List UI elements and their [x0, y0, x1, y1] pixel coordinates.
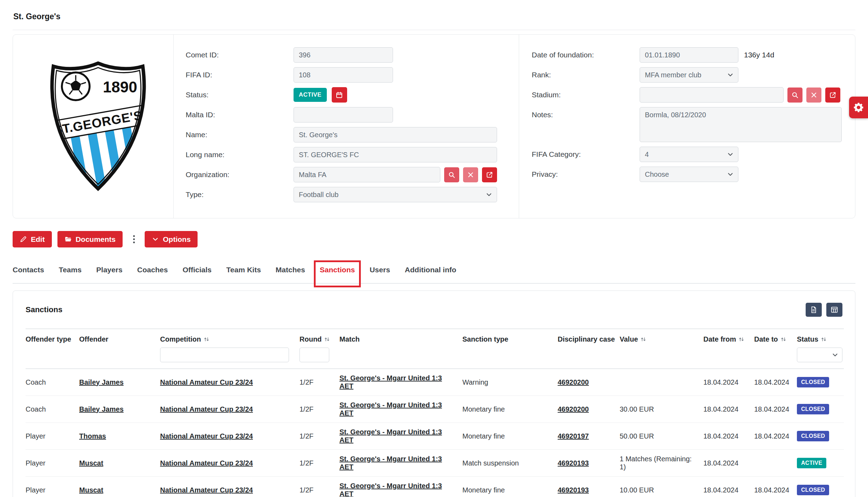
club-form-left: Comet ID: FIFA ID: Status: ACTIVE Malta … [174, 46, 519, 207]
options-button[interactable]: Options [145, 231, 198, 247]
disciplinary-case-link[interactable]: 46920193 [558, 459, 589, 467]
match-link[interactable]: St. George's - Mgarr United 1:3 AET [339, 455, 442, 471]
cell-competition: National Amateur Cup 23/24 [160, 450, 299, 477]
status-badge: CLOSED [797, 485, 829, 495]
organization-input[interactable] [294, 167, 440, 182]
cell-date-to: 18.04.2024 [754, 423, 797, 450]
status-badge: CLOSED [797, 404, 829, 414]
cell-date-from: 18.04.2024 [703, 423, 754, 450]
sort-icon[interactable] [738, 336, 744, 342]
cell-date-from: 18.04.2024 [703, 450, 754, 477]
competition-link[interactable]: National Amateur Cup 23/24 [160, 405, 253, 413]
disciplinary-case-link[interactable]: 46920200 [558, 405, 589, 413]
sort-icon[interactable] [821, 336, 827, 342]
privacy-select[interactable]: Choose [640, 167, 738, 182]
name-input[interactable] [294, 127, 497, 142]
tab-coaches[interactable]: Coaches [137, 266, 168, 283]
edit-button[interactable]: Edit [13, 231, 52, 247]
more-actions-button[interactable] [128, 235, 140, 243]
col-round[interactable]: Round [299, 329, 339, 347]
offender-link[interactable]: Thomas [79, 432, 106, 440]
type-select[interactable]: Football club [294, 187, 497, 202]
col-match: Match [339, 329, 462, 347]
disciplinary-case-link[interactable]: 46920200 [558, 378, 589, 386]
match-link[interactable]: St. George's - Mgarr United 1:3 AET [339, 374, 442, 390]
pencil-icon [20, 236, 27, 243]
notes-textarea[interactable]: Bormla, 08/12/2020 [640, 107, 842, 142]
offender-link[interactable]: Muscat [79, 459, 103, 467]
status-badge: CLOSED [797, 377, 829, 387]
tab-teams[interactable]: Teams [59, 266, 82, 283]
status-history-button[interactable] [332, 87, 347, 103]
col-date-to[interactable]: Date to [754, 329, 797, 347]
match-link[interactable]: St. George's - Mgarr United 1:3 AET [339, 482, 442, 497]
cell-competition: National Amateur Cup 23/24 [160, 369, 299, 396]
disciplinary-case-link[interactable]: 46920197 [558, 432, 589, 440]
tab-officials[interactable]: Officials [182, 266, 212, 283]
chevron-down-icon [832, 351, 839, 358]
table-columns-icon [831, 306, 838, 314]
match-link[interactable]: St. George's - Mgarr United 1:3 AET [339, 401, 442, 417]
cell-competition: National Amateur Cup 23/24 [160, 423, 299, 450]
privacy-select-value: Choose [645, 170, 669, 178]
gear-icon [853, 102, 864, 113]
offender-link[interactable]: Bailey James [79, 405, 124, 413]
tab-players[interactable]: Players [96, 266, 123, 283]
sort-icon[interactable] [640, 336, 646, 342]
competition-link[interactable]: National Amateur Cup 23/24 [160, 378, 253, 386]
tab-sanctions[interactable]: Sanctions [320, 266, 355, 283]
competition-link[interactable]: National Amateur Cup 23/24 [160, 432, 253, 440]
col-status[interactable]: Status [797, 329, 844, 347]
sort-icon[interactable] [324, 336, 330, 342]
offender-link[interactable]: Bailey James [79, 378, 124, 386]
tab-team-kits[interactable]: Team Kits [226, 266, 261, 283]
privacy-label: Privacy: [532, 170, 640, 178]
stadium-clear-button[interactable] [806, 88, 821, 103]
comet-id-input[interactable] [294, 47, 393, 63]
competition-link[interactable]: National Amateur Cup 23/24 [160, 486, 253, 494]
col-competition[interactable]: Competition [160, 329, 299, 347]
tab-users[interactable]: Users [370, 266, 390, 283]
organization-clear-button[interactable] [463, 167, 478, 182]
columns-button[interactable] [826, 303, 842, 317]
long-name-input[interactable] [294, 147, 497, 162]
fifa-category-select[interactable]: 4 [640, 147, 738, 162]
export-button[interactable] [806, 303, 822, 317]
tab-contacts[interactable]: Contacts [13, 266, 44, 283]
organization-open-button[interactable] [482, 167, 497, 182]
cell-disciplinary-case: 46920200 [558, 396, 620, 423]
fifa-id-input[interactable] [294, 67, 393, 83]
cell-offender: Bailey James [79, 396, 160, 423]
stadium-input[interactable] [640, 87, 784, 103]
organization-search-button[interactable] [444, 167, 459, 182]
match-link[interactable]: St. George's - Mgarr United 1:3 AET [339, 428, 442, 444]
status-filter-select[interactable] [797, 348, 842, 362]
foundation-date-input[interactable] [640, 47, 738, 63]
cell-value: 30.00 EUR [620, 396, 703, 423]
cell-round: 1/2F [299, 477, 339, 497]
col-date-from[interactable]: Date from [703, 329, 754, 347]
documents-button[interactable]: Documents [57, 231, 123, 247]
comet-id-label: Comet ID: [186, 51, 294, 59]
settings-gear-button[interactable] [849, 97, 868, 118]
tab-additional-info[interactable]: Additional info [405, 266, 456, 283]
competition-filter-input[interactable] [160, 348, 289, 362]
col-value[interactable]: Value [620, 329, 703, 347]
stadium-search-button[interactable] [787, 88, 802, 103]
competition-link[interactable]: National Amateur Cup 23/24 [160, 459, 253, 467]
type-select-value: Football club [299, 191, 338, 199]
cell-date-to: 18.04.2024 [754, 396, 797, 423]
round-filter-input[interactable] [299, 348, 329, 362]
rank-select[interactable]: MFA member club [640, 67, 738, 83]
tab-matches[interactable]: Matches [276, 266, 305, 283]
offender-link[interactable]: Muscat [79, 486, 103, 494]
sort-icon[interactable] [780, 336, 786, 342]
search-icon [448, 171, 455, 178]
disciplinary-case-link[interactable]: 46920193 [558, 486, 589, 494]
sanctions-table: Offender type Offender Competition Round… [26, 329, 844, 497]
external-link-icon [486, 171, 493, 178]
sort-icon[interactable] [204, 336, 209, 342]
malta-id-input[interactable] [294, 107, 393, 122]
cell-status: CLOSED [797, 396, 844, 423]
stadium-open-button[interactable] [825, 88, 840, 103]
